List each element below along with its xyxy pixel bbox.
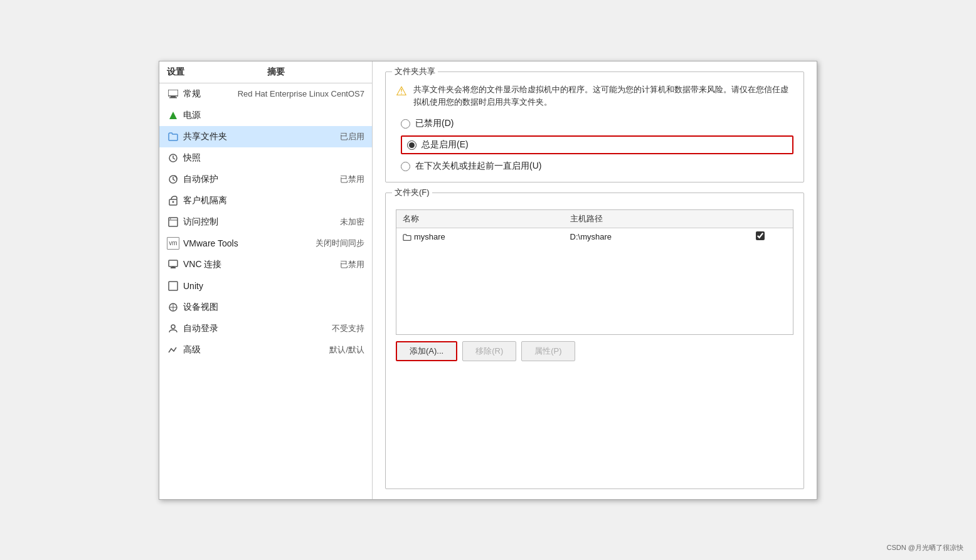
power-label: 电源	[183, 110, 364, 121]
properties-button: 属性(P)	[521, 341, 575, 361]
folder-path-cell: D:\myshare	[564, 228, 728, 246]
svg-rect-0	[168, 90, 178, 96]
vnc-summary: 已禁用	[340, 259, 364, 270]
sidebar-item-vmware-tools[interactable]: vmVMware Tools关闭时间同步	[159, 233, 372, 254]
header-col1: 设置	[167, 66, 267, 78]
sidebar-item-shared-folder[interactable]: 共享文件夹已启用	[159, 126, 372, 147]
auto-protect-icon	[167, 173, 179, 186]
shared-folder-icon	[167, 130, 179, 143]
sidebar-item-power[interactable]: 电源	[159, 105, 372, 126]
access-control-label: 访问控制	[183, 216, 335, 228]
auto-login-icon	[167, 322, 179, 335]
svg-rect-10	[170, 218, 171, 219]
radio-label-until-poweroff: 在下次关机或挂起前一直启用(U)	[415, 161, 541, 172]
sharing-section-title: 文件夹共享	[392, 66, 438, 77]
col-check-header	[728, 210, 793, 228]
col-path-header: 主机路径	[564, 210, 728, 228]
left-header: 设置 摘要	[159, 61, 372, 83]
folder-name-cell: myshare	[396, 228, 564, 246]
sidebar-item-general[interactable]: 常规Red Hat Enterprise Linux CentOS7	[159, 83, 372, 105]
svg-rect-13	[172, 267, 174, 267]
watermark: CSDN @月光晒了很凉快	[887, 543, 963, 552]
sidebar-item-unity[interactable]: Unity	[159, 275, 372, 297]
radio-option-always[interactable]: 总是启用(E)	[401, 135, 793, 154]
col-name-header: 名称	[396, 210, 564, 228]
radio-until-poweroff[interactable]	[401, 162, 410, 171]
folder-checkbox-cell[interactable]	[728, 228, 793, 246]
auto-login-summary: 不受支持	[332, 323, 364, 334]
buttons-row: 添加(A)...移除(R)属性(P)	[396, 341, 793, 361]
shared-folder-label: 共享文件夹	[183, 131, 335, 142]
advanced-icon	[167, 344, 179, 356]
folder-section-title: 文件夹(F)	[392, 187, 432, 198]
svg-point-18	[171, 325, 175, 329]
sidebar-item-device-view[interactable]: 设备视图	[159, 297, 372, 318]
add-button[interactable]: 添加(A)...	[396, 341, 457, 361]
isolation-label: 客户机隔离	[183, 195, 364, 206]
advanced-summary: 默认/默认	[329, 344, 364, 356]
folder-enabled-checkbox[interactable]	[756, 231, 765, 240]
unity-label: Unity	[183, 281, 364, 291]
general-summary: Red Hat Enterprise Linux CentOS7	[238, 89, 364, 98]
radio-option-disabled[interactable]: 已禁用(D)	[401, 118, 793, 129]
settings-list: 常规Red Hat Enterprise Linux CentOS7电源共享文件…	[159, 83, 372, 361]
auto-protect-summary: 已禁用	[340, 174, 364, 185]
device-view-icon	[167, 301, 179, 314]
sharing-section: 文件夹共享 ⚠ 共享文件夹会将您的文件显示给虚拟机中的程序。这可能为您的计算机和…	[385, 71, 804, 183]
device-view-label: 设备视图	[183, 302, 364, 313]
sidebar-item-isolation[interactable]: 客户机隔离	[159, 190, 372, 211]
sidebar-item-advanced[interactable]: 高级默认/默认	[159, 339, 372, 361]
isolation-icon	[167, 194, 179, 207]
access-control-summary: 未加密	[340, 216, 364, 228]
svg-rect-2	[169, 97, 177, 98]
sidebar-item-access-control[interactable]: 访问控制未加密	[159, 211, 372, 233]
access-control-icon	[167, 216, 179, 228]
svg-rect-11	[169, 260, 178, 267]
radio-option-until-poweroff[interactable]: 在下次关机或挂起前一直启用(U)	[401, 161, 793, 172]
unity-icon	[167, 280, 179, 292]
sidebar-item-snapshot[interactable]: 快照	[159, 147, 372, 169]
remove-button: 移除(R)	[462, 341, 516, 361]
folder-table-container: 名称 主机路径 myshareD:\myshare	[396, 209, 793, 335]
snapshot-label: 快照	[183, 152, 364, 164]
snapshot-icon	[167, 152, 179, 164]
vmware-tools-icon: vm	[167, 237, 179, 250]
svg-rect-1	[171, 96, 176, 97]
auto-login-label: 自动登录	[183, 323, 327, 334]
folder-table: 名称 主机路径 myshareD:\myshare	[396, 210, 793, 245]
warning-icon: ⚠	[396, 83, 407, 98]
header-col2: 摘要	[267, 66, 285, 78]
general-icon	[167, 88, 179, 100]
svg-rect-12	[171, 267, 176, 268]
svg-point-7	[172, 201, 174, 203]
sidebar-item-auto-protect[interactable]: 自动保护已禁用	[159, 169, 372, 190]
radio-label-disabled: 已禁用(D)	[415, 118, 454, 129]
vnc-label: VNC 连接	[183, 259, 335, 270]
warning-text: 共享文件夹会将您的文件显示给虚拟机中的程序。这可能为您的计算机和数据带来风险。请…	[413, 83, 793, 110]
auto-protect-label: 自动保护	[183, 174, 335, 185]
power-icon	[167, 109, 179, 122]
general-label: 常规	[183, 88, 233, 100]
vmware-tools-summary: 关闭时间同步	[316, 238, 364, 249]
radio-label-always: 总是启用(E)	[422, 139, 469, 151]
shared-folder-summary: 已启用	[340, 131, 364, 142]
svg-marker-3	[169, 112, 177, 119]
radio-disabled[interactable]	[401, 119, 410, 129]
warning-area: ⚠ 共享文件夹会将您的文件显示给虚拟机中的程序。这可能为您的计算机和数据带来风险…	[396, 83, 793, 110]
sidebar-item-vnc[interactable]: VNC 连接已禁用	[159, 254, 372, 275]
sidebar-item-auto-login[interactable]: 自动登录不受支持	[159, 318, 372, 339]
radio-always[interactable]	[407, 140, 416, 150]
vnc-icon	[167, 258, 179, 271]
right-panel: 文件夹共享 ⚠ 共享文件夹会将您的文件显示给虚拟机中的程序。这可能为您的计算机和…	[373, 61, 817, 499]
folder-tbody: myshareD:\myshare	[396, 228, 793, 246]
advanced-label: 高级	[183, 344, 324, 356]
table-row[interactable]: myshareD:\myshare	[396, 228, 793, 246]
settings-dialog: 设置 摘要 常规Red Hat Enterprise Linux CentOS7…	[159, 61, 817, 500]
vmware-tools-label: VMware Tools	[183, 238, 310, 248]
radio-group: 已禁用(D)总是启用(E)在下次关机或挂起前一直启用(U)	[396, 118, 793, 172]
svg-rect-14	[169, 282, 178, 290]
folder-section: 文件夹(F) 名称 主机路径 myshareD:\myshare 添加(A)..…	[385, 193, 804, 489]
left-panel: 设置 摘要 常规Red Hat Enterprise Linux CentOS7…	[159, 61, 373, 499]
